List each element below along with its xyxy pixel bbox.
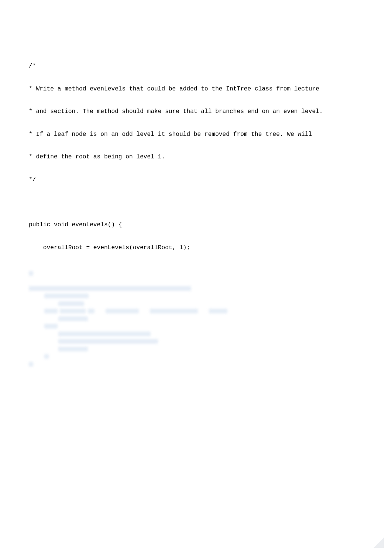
comment-line: * define the root as being on level 1. bbox=[29, 153, 363, 161]
comment-line: /* bbox=[29, 62, 363, 70]
comment-line: */ bbox=[29, 176, 363, 184]
code-line: overallRoot = evenLevels(overallRoot, 1)… bbox=[29, 244, 363, 252]
comment-line: * If a leaf node is on an odd level it s… bbox=[29, 131, 363, 138]
code-line: public void evenLevels() { bbox=[29, 221, 363, 229]
comment-line: * and section. The method should make su… bbox=[29, 108, 363, 116]
code-block: public void evenLevels() { overallRoot =… bbox=[29, 206, 363, 267]
javadoc-comment: /* * Write a method evenLevels that coul… bbox=[29, 47, 363, 199]
redacted-code-block bbox=[29, 270, 363, 368]
document-page: /* * Write a method evenLevels that coul… bbox=[0, 0, 392, 556]
page-curl-icon bbox=[374, 538, 384, 548]
comment-line: * Write a method evenLevels that could b… bbox=[29, 85, 363, 93]
